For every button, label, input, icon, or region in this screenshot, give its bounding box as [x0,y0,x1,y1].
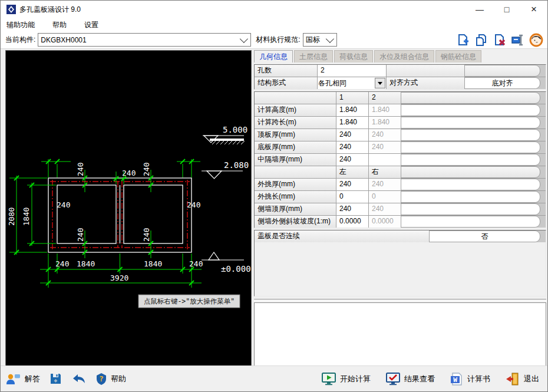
statusbar-actions: 开始计算 结果查看 W 计算书 [322,370,539,388]
tab-load[interactable]: 荷载信息 [334,50,373,62]
help-button[interactable]: ? 帮助 [91,370,131,388]
component-toolbar: 当前构件: DKGBXH0001 材料执行规范: 国标 [1,31,547,49]
dim-1840-bottom-right: 1840 [144,259,162,268]
col-header-2: 2 [369,92,401,104]
cad-canvas[interactable]: 240 240 240 240 240 240 240 2080 1840 24… [5,50,252,367]
value-cell [369,154,401,166]
continuous-block: 盖板是否连续 否 [254,230,546,297]
elevation-5000: 5.000 [223,125,247,134]
start-calc-button[interactable]: 开始计算 [322,370,371,388]
component-actions [455,32,544,48]
value-cell[interactable]: 240 [336,179,369,190]
material-spec-label: 材料执行规范: [256,35,300,45]
row-label: 底板厚(mm) [255,141,336,153]
tab-water-combination[interactable]: 水位及组合信息 [374,50,434,62]
help-icon: ? [96,373,107,386]
align-mode-value: 底对齐 [465,77,540,89]
geometry-grid: 1 2 计算高度(m) 1.840 1.840 计算跨长(m) 1.840 1.… [254,91,546,228]
maximize-button[interactable]: □ [493,1,520,18]
continuous-value: 否 [430,230,540,242]
value-cell[interactable]: 240 [336,129,369,141]
value-cell[interactable]: 1.840 [336,104,369,116]
add-component-button[interactable] [455,32,471,48]
svg-text:?: ? [99,374,104,383]
canvas-hint: 点鼠标右键->"放大操作菜单" [138,295,240,308]
value-cell[interactable]: 1.840 [336,117,369,129]
dim-240-bottom-right: 240 [189,259,203,268]
elevation-markers: 5.000 2.080 ±0.000 [202,125,251,274]
dimension-lines [9,159,202,288]
tab-reinforcement[interactable]: 钢筋砼信息 [435,50,481,62]
app-window: 多孔盖板涵设计 9.0 — □ × 辅助功能 帮助 设置 当前构件: DKGBX… [0,0,548,392]
structure-block: 孔数 2 结构形式 各孔相同 对齐方式 底对齐 [254,64,546,90]
value-cell[interactable]: 240 [336,154,369,166]
undo-button[interactable] [67,370,91,388]
dim-240-bottom-left: 240 [55,259,69,268]
dim-240-top-slab-left: 240 [76,163,85,176]
message-listbox[interactable] [254,302,546,371]
exit-button[interactable]: 退出 [506,370,539,388]
calc-book-button[interactable]: W 计算书 [450,370,490,388]
menu-help[interactable]: 帮助 [51,19,68,31]
value-cell[interactable]: 240 [336,203,369,215]
value-cell-disabled: 0.0000 [369,216,401,228]
holes-input[interactable]: 2 [318,65,387,77]
exit-label: 退出 [524,374,539,384]
delete-component-button[interactable] [492,32,507,48]
rename-component-button[interactable] [510,32,526,48]
row-label: 中隔墙厚(mm) [255,154,336,166]
current-component-label: 当前构件: [5,35,35,45]
assistant-avatar-icon[interactable] [529,32,544,48]
app-icon [6,5,16,14]
view-result-button[interactable]: 结果查看 [386,370,435,388]
grid-row: 中隔墙厚(mm) 240 [255,154,546,166]
value-cell[interactable]: 0 [336,191,369,203]
value-cell-disabled: 240 [369,203,401,215]
dim-240-top-right: 240 [187,200,200,209]
dim-240-bottom-slab-right: 240 [142,228,151,242]
value-cell-disabled: 240 [369,141,401,153]
material-spec-combo[interactable]: 国标 [303,33,337,47]
svg-text:W: W [453,375,457,383]
title-bar: 多孔盖板涵设计 9.0 — □ × [1,1,547,18]
dim-3920-total: 3920 [110,274,128,282]
close-button[interactable]: × [520,1,547,18]
minimize-button[interactable]: — [466,1,493,18]
dim-1840-bottom-left: 1840 [77,259,95,268]
menu-settings[interactable]: 设置 [83,19,100,31]
value-cell-disabled: 240 [369,179,401,190]
grid-row: 侧墙外侧斜坡坡度(1:m) 0.0000 0.0000 [255,216,546,228]
col-header-right: 右 [369,166,401,178]
save-button[interactable] [45,370,67,388]
col-header-left: 左 [336,166,369,178]
tab-soil[interactable]: 土层信息 [294,50,333,62]
value-cell[interactable]: 0.0000 [336,216,369,228]
current-component-combo[interactable]: DKGBXH0001 [38,33,251,47]
row-label: 侧墙外侧斜坡坡度(1:m) [255,216,336,228]
structure-type-combo[interactable]: 各孔相同 [318,77,387,89]
align-mode-value-cell[interactable]: 底对齐 [465,77,546,89]
align-mode-label: 对齐方式 [387,77,465,89]
exit-door-icon [506,373,520,386]
copy-component-button[interactable] [474,32,489,48]
dropdown-arrow-icon[interactable] [375,78,385,88]
save-icon [49,373,62,385]
value-cell[interactable]: 240 [336,141,369,153]
dim-240-top-left: 240 [57,200,70,209]
tab-geometry[interactable]: 几何信息 [254,50,293,62]
value-cell-disabled: 1.840 [369,104,401,116]
status-bar: 解答 ? 帮助 [1,365,547,391]
continuous-value-cell[interactable]: 否 [430,230,546,242]
answer-label: 解答 [25,374,40,384]
structure-type-value: 各孔相同 [318,78,374,89]
answer-button[interactable]: 解答 [1,370,45,388]
menu-aux-functions[interactable]: 辅助功能 [5,19,36,31]
parameters-panel: 几何信息 土层信息 荷载信息 水位及组合信息 钢筋砼信息 孔数 2 结构形式 各… [254,50,546,366]
elevation-2080: 2.080 [224,160,249,170]
main-area: 240 240 240 240 240 240 240 2080 1840 24… [1,49,547,366]
empty-cell [465,65,546,77]
holes-label: 孔数 [255,65,318,77]
dim-240-mid-wall: 240 [122,169,136,177]
col-header-1: 1 [336,92,369,104]
start-calc-icon [322,373,336,386]
